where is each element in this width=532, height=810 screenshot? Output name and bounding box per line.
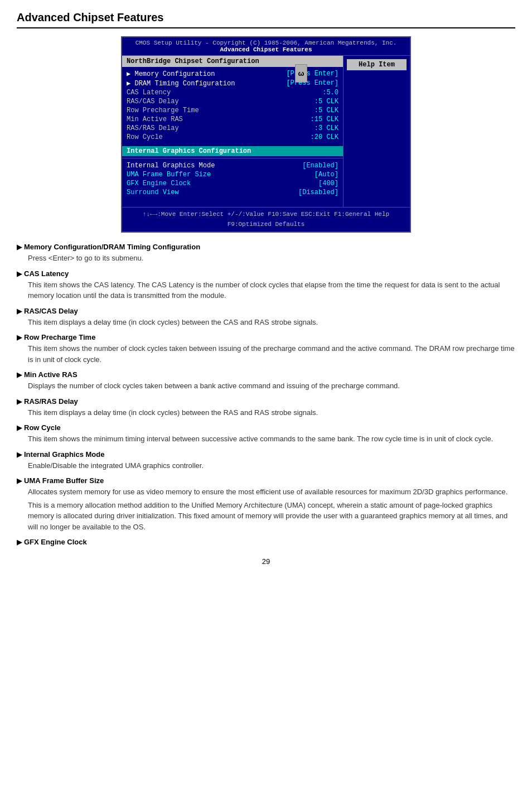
bios-subsection-header: Internal Graphics Configuration	[122, 146, 343, 156]
doc-item-gfx-engine-clock: ▶ GFX Engine Clock	[17, 538, 515, 546]
doc-item-title-ras-ras-delay: ▶ RAS/RAS Delay	[17, 397, 515, 406]
doc-item-title-ras-cas-delay: ▶ RAS/CAS Delay	[17, 307, 515, 315]
bios-screenshot: CMOS Setup Utility - Copyright (C) 1985-…	[121, 36, 411, 233]
doc-item-title-row-precharge: ▶ Row Precharge Time	[17, 333, 515, 341]
chapter-tab: ω	[295, 64, 307, 83]
bios-value-row-precharge: :5 CLK	[315, 107, 338, 114]
bios-row-ras-ras: RAS/RAS Delay :3 CLK	[127, 124, 338, 133]
doc-item-cas-latency: ▶ CAS Latency This item shows the CAS la…	[17, 269, 515, 301]
arrow-icon-ras-cas-delay: ▶	[17, 307, 22, 315]
bios-row-gfx-engine-clock: GFX Engine Clock [400]	[127, 179, 338, 188]
bios-section-header: NorthBridge Chipset Configuration	[122, 56, 343, 67]
bios-value-internal-graphics-mode: [Enabled]	[302, 162, 338, 170]
doc-body-uma-frame-buffer-1: Allocates system memory for use as video…	[28, 486, 515, 498]
bios-row-surround-view: Surround View [Disabled]	[127, 188, 338, 197]
bios-body: NorthBridge Chipset Configuration ▶ Memo…	[122, 56, 410, 207]
doc-item-memory-config: ▶ Memory Configuration/DRAM Timing Confi…	[17, 243, 515, 264]
doc-title-text-row-precharge: Row Precharge Time	[24, 333, 95, 341]
bios-main-rows: ▶ Memory Configuration [Press Enter] ▶ D…	[122, 67, 343, 144]
doc-title-text-gfx-engine-clock: GFX Engine Clock	[24, 538, 87, 546]
arrow-icon-memory-config: ▶	[17, 243, 22, 251]
doc-item-min-active-ras: ▶ Min Active RAS Displays the number of …	[17, 370, 515, 392]
doc-body-row-cycle: This item shows the minimum timing inter…	[28, 433, 515, 445]
bios-sidebar: Help Item	[343, 56, 410, 207]
bios-label-gfx-engine-clock: GFX Engine Clock	[127, 180, 191, 187]
bios-title-line1: CMOS Setup Utility - Copyright (C) 1985-…	[125, 40, 407, 46]
arrow-icon-internal-graphics-mode: ▶	[17, 451, 22, 459]
doc-title-text-row-cycle: Row Cycle	[24, 423, 61, 432]
bios-label-min-active-ras: Min Active RAS	[127, 115, 183, 123]
bios-label-memory-config: ▶ Memory Configuration	[127, 70, 215, 78]
doc-item-row-cycle: ▶ Row Cycle This item shows the minimum …	[17, 423, 515, 445]
doc-item-title-gfx-engine-clock: ▶ GFX Engine Clock	[17, 538, 515, 546]
bios-value-uma-frame-buffer: [Auto]	[315, 171, 338, 179]
bios-separator	[122, 158, 343, 158]
doc-item-title-min-active-ras: ▶ Min Active RAS	[17, 370, 515, 379]
bios-footer-line1: ↑↓←→:Move Enter:Select +/-/:Value F10:Sa…	[125, 210, 407, 220]
arrow-icon-cas-latency: ▶	[17, 270, 22, 278]
bios-value-dram-config: [Press Enter]	[286, 79, 338, 88]
bios-value-gfx-engine-clock: [400]	[318, 180, 338, 187]
doc-item-internal-graphics-mode: ▶ Internal Graphics Mode Enable/Disable …	[17, 450, 515, 471]
doc-item-row-precharge: ▶ Row Precharge Time This item shows the…	[17, 333, 515, 365]
bios-value-min-active-ras: :15 CLK	[311, 115, 338, 123]
bios-row-row-precharge: Row Precharge Time :5 CLK	[127, 106, 338, 115]
bios-label-ras-cas: RAS/CAS Delay	[127, 98, 179, 105]
doc-body-min-active-ras: Displays the number of clock cycles take…	[28, 380, 515, 392]
page-number: 29	[17, 557, 515, 566]
bios-label-surround-view: Surround View	[127, 189, 179, 196]
bios-label-internal-graphics-mode: Internal Graphics Mode	[127, 162, 215, 170]
doc-item-title-uma-frame-buffer: ▶ UMA Frame Buffer Size	[17, 476, 515, 485]
doc-item-ras-cas-delay: ▶ RAS/CAS Delay This item displays a del…	[17, 307, 515, 328]
doc-item-title-memory-config: ▶ Memory Configuration/DRAM Timing Confi…	[17, 243, 515, 251]
arrow-icon-uma-frame-buffer: ▶	[17, 477, 22, 485]
arrow-icon-min-active-ras: ▶	[17, 371, 22, 379]
doc-title-text-ras-ras-delay: RAS/RAS Delay	[24, 397, 78, 406]
bios-row-internal-graphics-mode: Internal Graphics Mode [Enabled]	[127, 161, 338, 170]
doc-item-ras-ras-delay: ▶ RAS/RAS Delay This item displays a del…	[17, 397, 515, 418]
bios-row-ras-cas: RAS/CAS Delay :5 CLK	[127, 97, 338, 106]
bios-title-line2: Advanced Chipset Features	[125, 46, 407, 53]
doc-title-text-internal-graphics-mode: Internal Graphics Mode	[24, 450, 104, 459]
bios-label-dram-config: ▶ DRAM Timing Configuration	[127, 79, 235, 88]
bios-row-cas-latency: CAS Latency :5.0	[127, 88, 338, 97]
bios-value-row-cycle: :20 CLK	[311, 133, 338, 141]
bios-help-title: Help Item	[347, 59, 407, 70]
doc-body-row-precharge: This item shows the number of clock cycl…	[28, 343, 515, 365]
arrow-icon-gfx-engine-clock: ▶	[17, 538, 22, 546]
doc-item-title-internal-graphics-mode: ▶ Internal Graphics Mode	[17, 450, 515, 459]
arrow-icon-row-cycle: ▶	[17, 424, 22, 432]
arrow-icon-ras-ras-delay: ▶	[17, 398, 22, 406]
doc-title-text-ras-cas-delay: RAS/CAS Delay	[24, 307, 78, 315]
bios-row-row-cycle: Row Cycle :20 CLK	[127, 133, 338, 142]
bios-label-row-cycle: Row Cycle	[127, 133, 163, 141]
bios-main-panel: NorthBridge Chipset Configuration ▶ Memo…	[122, 56, 343, 207]
bios-dialog: CMOS Setup Utility - Copyright (C) 1985-…	[121, 36, 411, 233]
bios-value-surround-view: [Disabled]	[298, 189, 338, 196]
doc-item-uma-frame-buffer: ▶ UMA Frame Buffer Size Allocates system…	[17, 476, 515, 532]
doc-body-memory-config: Press <Enter> to go to its submenu.	[28, 253, 515, 264]
doc-title-text-memory-config: Memory Configuration/DRAM Timing Configu…	[24, 243, 200, 251]
bios-value-cas-latency: :5.0	[322, 89, 338, 97]
bios-label-row-precharge: Row Precharge Time	[127, 107, 199, 114]
doc-body-ras-ras-delay: This item displays a delay time (in cloc…	[28, 407, 515, 418]
bios-label-ras-ras: RAS/RAS Delay	[127, 124, 179, 132]
page-title: Advanced Chipset Features	[17, 11, 515, 28]
bios-footer: ↑↓←→:Move Enter:Select +/-/:Value F10:Sa…	[122, 207, 410, 232]
doc-title-text-uma-frame-buffer: UMA Frame Buffer Size	[24, 476, 104, 485]
doc-body-ras-cas-delay: This item displays a delay time (in cloc…	[28, 317, 515, 328]
bios-submenu-items: Internal Graphics Mode [Enabled] UMA Fra…	[122, 160, 343, 207]
doc-item-title-cas-latency: ▶ CAS Latency	[17, 269, 515, 278]
doc-body-cas-latency: This item shows the CAS latency. The CAS…	[28, 279, 515, 301]
doc-content: ▶ Memory Configuration/DRAM Timing Confi…	[17, 243, 515, 546]
bios-value-ras-ras: :3 CLK	[315, 124, 338, 132]
bios-title-bar: CMOS Setup Utility - Copyright (C) 1985-…	[122, 37, 410, 56]
doc-body-internal-graphics-mode: Enable/Disable the integrated UMA graphi…	[28, 460, 515, 471]
doc-title-text-cas-latency: CAS Latency	[24, 269, 69, 278]
bios-footer-line2: F9:Optimized Defaults	[125, 220, 407, 230]
bios-value-ras-cas: :5 CLK	[315, 98, 338, 105]
doc-item-title-row-cycle: ▶ Row Cycle	[17, 423, 515, 432]
doc-body-uma-frame-buffer-2: This is a memory allocation method addit…	[28, 500, 515, 533]
bios-row-min-active-ras: Min Active RAS :15 CLK	[127, 115, 338, 124]
bios-row-uma-frame-buffer: UMA Frame Buffer Size [Auto]	[127, 170, 338, 179]
